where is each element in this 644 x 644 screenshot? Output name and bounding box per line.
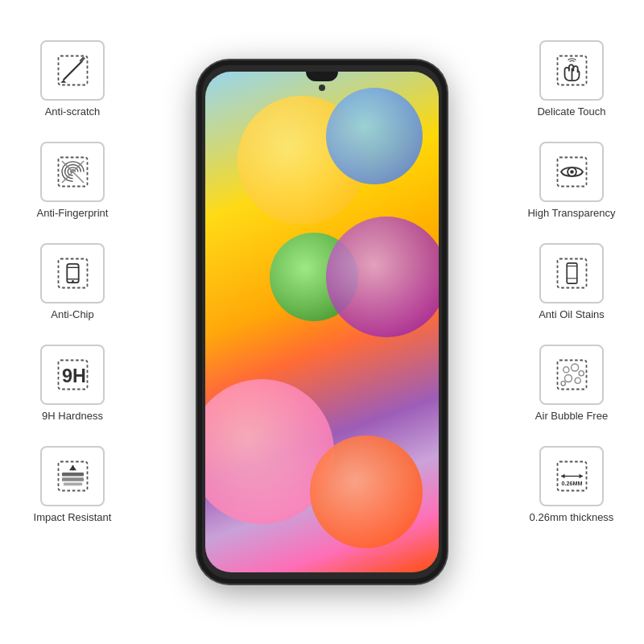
9h-icon: 9H — [55, 357, 91, 393]
touch-icon — [554, 52, 590, 89]
svg-text:9H: 9H — [62, 365, 86, 386]
impact-icon — [55, 458, 91, 494]
screen-protector-overlay — [205, 72, 439, 572]
svg-text:0.26MM: 0.26MM — [561, 480, 582, 487]
camera-dot — [319, 85, 325, 91]
svg-point-11 — [72, 280, 74, 283]
impact-resistant-label: Impact Resistant — [34, 511, 112, 523]
svg-line-1 — [63, 61, 81, 80]
phone-notch — [306, 72, 338, 81]
feature-9h-hardness: 9H 9H Hardness — [8, 345, 137, 422]
feature-thickness: 0.26MM 0.26mm thickness — [507, 446, 636, 523]
svg-point-33 — [575, 378, 580, 383]
9h-hardness-label: 9H Hardness — [42, 410, 103, 422]
svg-marker-2 — [60, 80, 66, 83]
feature-impact-resistant: Impact Resistant — [8, 446, 137, 523]
delicate-touch-icon-box — [539, 40, 604, 101]
svg-rect-16 — [62, 477, 84, 481]
eye-icon — [554, 154, 590, 190]
feature-anti-fingerprint: Anti-Fingerprint — [8, 142, 137, 219]
svg-marker-38 — [579, 474, 583, 478]
phone-mockup — [197, 60, 447, 584]
high-transparency-label: High Transparency — [527, 207, 615, 219]
anti-chip-icon-box — [40, 243, 105, 303]
svg-rect-7 — [58, 259, 87, 288]
feature-anti-chip: Anti-Chip — [8, 243, 137, 320]
svg-point-32 — [564, 375, 572, 382]
impact-resistant-icon-box — [40, 446, 105, 506]
svg-point-23 — [570, 170, 574, 174]
feature-high-transparency: High Transparency — [507, 142, 636, 219]
anti-scratch-label: Anti-scratch — [45, 105, 101, 118]
svg-point-31 — [579, 371, 584, 376]
anti-fingerprint-icon-box — [40, 142, 105, 202]
oil-icon — [554, 255, 590, 291]
anti-oil-stains-label: Anti Oil Stains — [539, 308, 605, 320]
bubble-icon — [554, 357, 590, 393]
feature-anti-oil-stains: Anti Oil Stains — [507, 243, 636, 320]
svg-point-30 — [571, 364, 578, 371]
phone-outer — [197, 60, 447, 584]
chip-icon — [55, 255, 91, 291]
anti-chip-label: Anti-Chip — [51, 308, 93, 320]
feature-air-bubble-free: Air Bubble Free — [507, 345, 636, 422]
scratch-icon — [55, 52, 91, 89]
anti-oil-icon-box — [539, 243, 604, 303]
svg-point-34 — [561, 382, 565, 386]
main-container: Anti-scratch Anti-Fingerprint — [0, 0, 644, 644]
anti-scratch-icon-box — [40, 40, 105, 101]
feature-delicate-touch: Delicate Touch — [507, 40, 636, 118]
air-bubble-icon-box — [539, 345, 604, 405]
thickness-icon-box: 0.26MM — [539, 446, 604, 506]
svg-rect-8 — [67, 264, 78, 283]
delicate-touch-label: Delicate Touch — [537, 105, 605, 118]
thickness-icon: 0.26MM — [554, 458, 590, 494]
air-bubble-free-label: Air Bubble Free — [535, 410, 608, 422]
svg-point-29 — [563, 367, 568, 373]
9h-hardness-icon-box: 9H — [40, 345, 105, 405]
left-features: Anti-scratch Anti-Fingerprint — [8, 40, 137, 523]
high-transparency-icon-box — [539, 142, 604, 202]
phone-screen — [205, 72, 439, 572]
right-features: Delicate Touch High Transparency — [507, 40, 636, 523]
feature-anti-scratch: Anti-scratch — [8, 40, 137, 118]
fingerprint-icon — [55, 154, 91, 190]
anti-fingerprint-label: Anti-Fingerprint — [37, 207, 109, 219]
svg-marker-37 — [561, 474, 565, 478]
svg-rect-15 — [62, 473, 84, 477]
thickness-label: 0.26mm thickness — [530, 511, 614, 523]
svg-rect-17 — [63, 483, 81, 486]
